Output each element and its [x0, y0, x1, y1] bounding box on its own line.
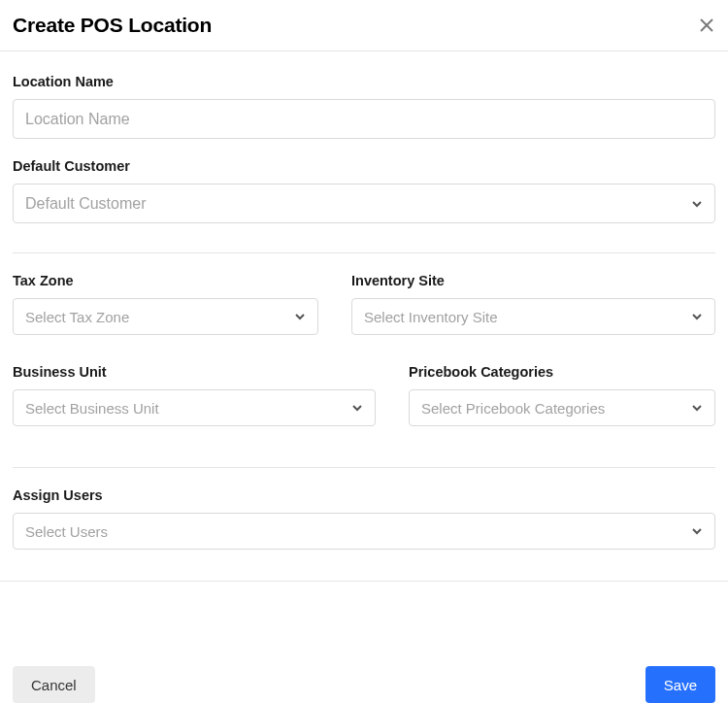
chevron-down-icon — [691, 402, 703, 414]
pricebook-categories-select[interactable]: Select Pricebook Categories — [409, 389, 715, 426]
default-customer-select[interactable]: Default Customer — [13, 184, 715, 223]
inventory-site-placeholder: Select Inventory Site — [364, 309, 498, 325]
chevron-down-icon — [691, 198, 703, 210]
business-unit-col: Business Unit Select Business Unit — [13, 354, 376, 426]
create-pos-location-dialog: Create POS Location Location Name Defaul… — [0, 0, 728, 703]
chevron-down-icon — [294, 311, 306, 322]
assign-users-placeholder: Select Users — [25, 523, 108, 540]
dialog-header: Create POS Location — [0, 0, 728, 51]
close-icon[interactable] — [697, 16, 716, 35]
pricebook-categories-group: Pricebook Categories Select Pricebook Ca… — [409, 364, 715, 426]
business-unit-label: Business Unit — [13, 364, 376, 380]
tax-zone-select[interactable]: Select Tax Zone — [13, 298, 318, 335]
tax-zone-group: Tax Zone Select Tax Zone — [13, 273, 318, 335]
row-tax-inventory: Tax Zone Select Tax Zone Inventory Site … — [13, 253, 715, 335]
divider — [0, 581, 728, 582]
assign-users-select[interactable]: Select Users — [13, 513, 715, 550]
save-button[interactable]: Save — [645, 666, 715, 703]
location-name-label: Location Name — [13, 74, 715, 89]
default-customer-label: Default Customer — [13, 158, 715, 174]
location-name-group: Location Name — [13, 74, 715, 139]
tax-zone-label: Tax Zone — [13, 273, 318, 288]
inventory-site-col: Inventory Site Select Inventory Site — [351, 253, 715, 335]
dialog-footer: Cancel Save — [0, 641, 728, 703]
dialog-title: Create POS Location — [13, 14, 212, 37]
pricebook-categories-col: Pricebook Categories Select Pricebook Ca… — [409, 354, 715, 426]
divider — [13, 467, 715, 468]
business-unit-placeholder: Select Business Unit — [25, 400, 159, 417]
inventory-site-group: Inventory Site Select Inventory Site — [351, 273, 715, 335]
assign-users-label: Assign Users — [13, 487, 715, 503]
default-customer-group: Default Customer Default Customer — [13, 158, 715, 223]
chevron-down-icon — [691, 311, 703, 322]
location-name-input[interactable] — [13, 99, 715, 139]
chevron-down-icon — [691, 525, 703, 537]
chevron-down-icon — [351, 402, 363, 414]
row-business-pricebook: Business Unit Select Business Unit Price… — [13, 354, 715, 426]
business-unit-select[interactable]: Select Business Unit — [13, 389, 376, 426]
default-customer-placeholder: Default Customer — [25, 195, 147, 213]
business-unit-group: Business Unit Select Business Unit — [13, 364, 376, 426]
inventory-site-select[interactable]: Select Inventory Site — [351, 298, 715, 335]
pricebook-categories-label: Pricebook Categories — [409, 364, 715, 380]
tax-zone-placeholder: Select Tax Zone — [25, 309, 129, 325]
cancel-button[interactable]: Cancel — [13, 666, 95, 703]
dialog-body: Location Name Default Customer Default C… — [0, 51, 728, 641]
pricebook-categories-placeholder: Select Pricebook Categories — [421, 400, 605, 417]
assign-users-group: Assign Users Select Users — [13, 487, 715, 550]
tax-zone-col: Tax Zone Select Tax Zone — [13, 253, 318, 335]
inventory-site-label: Inventory Site — [351, 273, 715, 288]
